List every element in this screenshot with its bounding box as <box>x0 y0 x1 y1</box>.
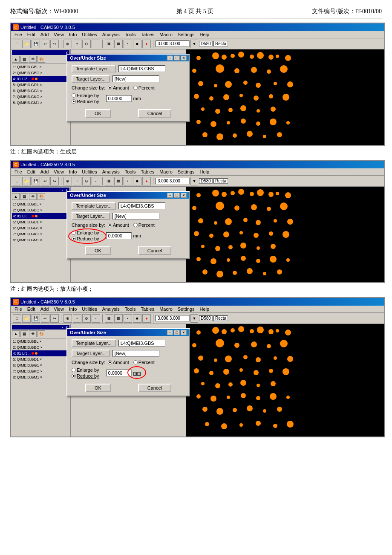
menu2-help[interactable]: Help <box>197 169 212 175</box>
menu-file[interactable]: File <box>12 32 25 38</box>
menu3-info[interactable]: Info <box>66 306 79 312</box>
menubar-1[interactable]: File Edit Add View Info Utilities Analys… <box>11 31 384 38</box>
menu3-view[interactable]: View <box>51 306 66 312</box>
panel3-btn-color[interactable]: 🎨 <box>37 330 45 337</box>
layer3-5[interactable]: 5:QIMEI3.GD1× <box>12 356 69 362</box>
radio-percent-3[interactable]: Percent <box>133 360 155 365</box>
layer-2[interactable]: 2: QIMEI3.GBO × <box>12 70 69 76</box>
tb2-grid2[interactable]: ▩ <box>114 177 123 185</box>
menu3-analysis[interactable]: Analysis <box>100 306 122 312</box>
tb-undo[interactable]: ↩ <box>41 40 49 48</box>
panel2-btn-color[interactable]: 🎨 <box>37 193 45 200</box>
size-value-2[interactable] <box>106 232 132 239</box>
layer2-6[interactable]: 6:QIMEI3.GG1× <box>12 225 69 231</box>
panel2-btn-add[interactable]: ▲ <box>12 193 20 200</box>
cancel-btn-2[interactable]: Cancel <box>138 246 171 255</box>
menu3-macro[interactable]: Macro <box>157 306 175 312</box>
dialog3-minimize[interactable]: - <box>167 330 173 335</box>
tb2-color[interactable]: ♦ <box>142 177 151 185</box>
radio-reduce-1[interactable]: Reduce by <box>72 99 99 104</box>
dialog3-close[interactable]: × <box>181 330 187 335</box>
tb3-zoom-out[interactable]: - <box>92 314 100 323</box>
panel2-minimize[interactable]: - <box>61 188 64 192</box>
tb-open[interactable]: 📁 <box>22 40 31 48</box>
cancel-btn-3[interactable]: Cancel <box>138 384 171 392</box>
layer-2-x[interactable]: × <box>40 70 43 76</box>
panel3-btn-view[interactable]: 👁 <box>29 330 37 337</box>
tb2-zoom-fit[interactable]: ⊙ <box>82 177 91 185</box>
target-layer-btn-3[interactable]: Target Layer... <box>72 350 110 357</box>
menu2-edit[interactable]: Edit <box>25 169 38 175</box>
layer2-7[interactable]: 7:QIMEI3.GKO× <box>12 231 69 237</box>
layer2-1-x[interactable]: × <box>40 201 42 207</box>
layer-4[interactable]: 4: 01 LI3... <box>12 76 69 82</box>
tb2-zoom-out[interactable]: - <box>92 177 100 185</box>
radio-reduce-2[interactable]: Reduce by <box>72 236 99 241</box>
menu3-settings[interactable]: Settings <box>175 306 197 312</box>
dialog-maximize-1[interactable]: □ <box>174 55 180 61</box>
tb3-new[interactable]: □ <box>13 314 21 323</box>
layer2-7-x[interactable]: × <box>40 231 43 237</box>
menu-tools[interactable]: Tools <box>122 32 138 38</box>
menu-tables[interactable]: Tables <box>138 32 157 38</box>
tb3-snap[interactable]: ⊕ <box>63 314 72 323</box>
panel3-minimize[interactable]: - <box>61 325 64 330</box>
layer-7[interactable]: 7: QIMEI3.GKO × <box>12 94 69 100</box>
layer3-1[interactable]: 1:QIMEI3.GBL× <box>12 338 69 344</box>
panel3-btn-add[interactable]: ▲ <box>12 330 20 337</box>
template-layer-btn-1[interactable]: Template Layer... <box>72 65 116 72</box>
layer-8[interactable]: 8: QIMEI3.GM1 × <box>12 100 69 106</box>
radio-amount-3[interactable]: Amount <box>108 360 129 365</box>
menu-view[interactable]: View <box>51 32 66 38</box>
menu2-tools[interactable]: Tools <box>122 169 138 175</box>
tb-zoom-in[interactable]: + <box>73 40 81 48</box>
layer3-6[interactable]: 6:QIMEI3.GG1× <box>12 362 69 368</box>
layer3-8-x[interactable]: × <box>40 374 42 380</box>
layer-6[interactable]: 6: QIMEI3.GG1 × <box>12 88 69 94</box>
panel-btn-add[interactable]: ▲ <box>12 56 20 63</box>
size-value-1[interactable] <box>106 95 132 102</box>
tb3-grid1[interactable]: ▦ <box>105 314 113 323</box>
tb3-zoom-in[interactable]: + <box>73 314 81 323</box>
dialog-close-1[interactable]: × <box>181 55 187 61</box>
menu3-edit[interactable]: Edit <box>25 306 38 312</box>
layer2-1[interactable]: 1:QIMEI3.GBL× <box>12 201 69 207</box>
tb3-color[interactable]: ♦ <box>142 314 151 323</box>
dialog-minimize-1[interactable]: - <box>167 55 173 61</box>
panel-btn-color[interactable]: 🎨 <box>37 56 45 63</box>
panel-minimize[interactable]: - <box>61 50 64 55</box>
tb2-save[interactable]: 💾 <box>32 177 40 185</box>
coord-dropdown[interactable]: ▼ <box>190 40 198 48</box>
layer3-1-x[interactable]: × <box>40 338 42 344</box>
tb2-undo[interactable]: ↩ <box>41 177 49 185</box>
menu-info[interactable]: Info <box>66 32 79 38</box>
menu3-add[interactable]: Add <box>38 306 52 312</box>
coord-dropdown-2[interactable]: ▼ <box>190 177 198 185</box>
tb3-open[interactable]: 📁 <box>22 314 31 323</box>
tb-redo[interactable]: ↪ <box>50 40 59 48</box>
tb3-redo[interactable]: ↪ <box>50 314 59 323</box>
radio-percent-1[interactable]: Percent <box>133 85 155 90</box>
menu2-view[interactable]: View <box>51 169 66 175</box>
dialog2-close[interactable]: × <box>181 193 187 198</box>
coord-dropdown-3[interactable]: ▼ <box>190 314 198 323</box>
tb-zoom-fit[interactable]: ⊙ <box>82 40 91 48</box>
target-layer-btn-1[interactable]: Target Layer... <box>72 75 110 83</box>
tb-grid2[interactable]: ▩ <box>114 40 123 48</box>
tb-save[interactable]: 💾 <box>32 40 40 48</box>
menu-macro[interactable]: Macro <box>157 32 175 38</box>
layer2-2[interactable]: 2:QIMEI3.GBO× <box>12 207 69 213</box>
layer-7-x[interactable]: × <box>40 94 43 100</box>
radio-enlarge-3[interactable]: Enlarge by <box>72 367 99 373</box>
layer2-2-x[interactable]: × <box>40 207 43 213</box>
menu3-help[interactable]: Help <box>197 306 212 312</box>
menubar-3[interactable]: File Edit Add View Info Utilities Analys… <box>11 306 384 313</box>
menu-settings[interactable]: Settings <box>175 32 197 38</box>
dialog2-minimize[interactable]: - <box>167 193 173 198</box>
layer2-5-x[interactable]: × <box>40 219 42 225</box>
tb-new[interactable]: □ <box>13 40 21 48</box>
menu-edit[interactable]: Edit <box>25 32 38 38</box>
tb-grid1[interactable]: ▦ <box>105 40 113 48</box>
menu2-info[interactable]: Info <box>66 169 79 175</box>
layer-8-x[interactable]: × <box>40 100 42 106</box>
